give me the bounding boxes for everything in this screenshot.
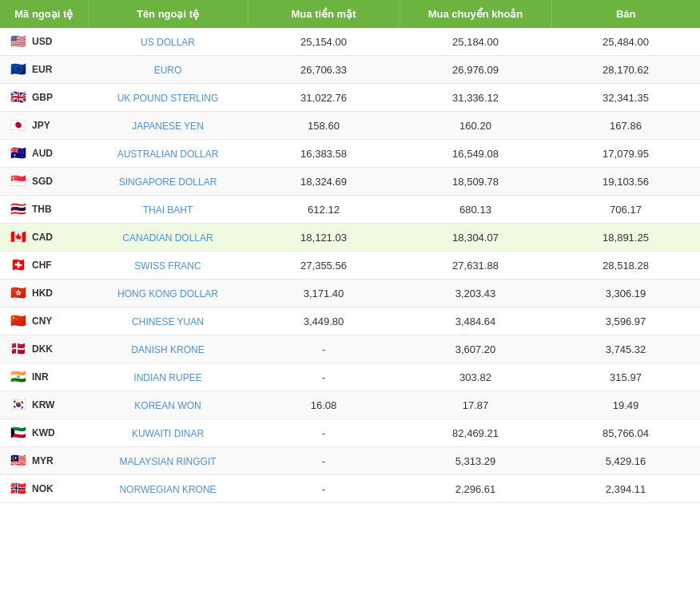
buy-transfer-value: 16,549.08 bbox=[400, 140, 551, 168]
flag-icon: 🇭🇰 bbox=[10, 287, 27, 299]
buy-cash-value: - bbox=[248, 335, 400, 363]
currency-name-cell: THAI BAHT bbox=[88, 196, 248, 224]
table-row: 🇨🇦 CAD CANADIAN DOLLAR18,121.0318,304.07… bbox=[0, 224, 700, 252]
table-row: 🇯🇵 JPY JAPANESE YEN158.60160.20167.86 bbox=[0, 112, 700, 140]
sell-value: 32,341.35 bbox=[551, 84, 700, 112]
table-row: 🇪🇺 EUR EURO26,706.3326,976.0928,170.62 bbox=[0, 56, 700, 84]
table-row: 🇰🇼 KWD KUWAITI DINAR-82,469.2185,766.04 bbox=[0, 419, 700, 447]
flag-icon: 🇩🇰 bbox=[10, 343, 27, 355]
currency-code-cell: 🇹🇭 THB bbox=[0, 196, 88, 224]
sell-value: 167.86 bbox=[551, 112, 700, 140]
currency-name-cell: US DOLLAR bbox=[88, 28, 248, 56]
table-row: 🇲🇾 MYR MALAYSIAN RINGGIT-5,313.295,429.1… bbox=[0, 447, 700, 475]
currency-name-text: DANISH KRONE bbox=[131, 344, 204, 355]
sell-value: 17,079.95 bbox=[551, 140, 700, 168]
currency-name-cell: INDIAN RUPEE bbox=[88, 363, 248, 391]
currency-name-cell: AUSTRALIAN DOLLAR bbox=[88, 140, 248, 168]
flag-icon: 🇮🇳 bbox=[10, 371, 27, 383]
currency-code-text: NOK bbox=[32, 483, 54, 494]
sell-value: 28,518.28 bbox=[551, 252, 700, 280]
currency-name-text: EURO bbox=[154, 65, 182, 76]
currency-table: Mã ngoại tệ Tên ngoại tệ Mua tiền mặt Mu… bbox=[0, 0, 700, 503]
sell-value: 2,394.11 bbox=[551, 475, 700, 503]
currency-name-text: SINGAPORE DOLLAR bbox=[119, 177, 217, 188]
header-buy-transfer: Mua chuyển khoản bbox=[400, 0, 551, 28]
table-row: 🇮🇳 INR INDIAN RUPEE-303.82315.97 bbox=[0, 363, 700, 391]
header-name: Tên ngoại tệ bbox=[88, 0, 248, 28]
currency-code-cell: 🇪🇺 EUR bbox=[0, 56, 88, 84]
buy-cash-value: 18,121.03 bbox=[248, 224, 400, 252]
buy-cash-value: 25,154.00 bbox=[248, 28, 400, 56]
currency-name-cell: DANISH KRONE bbox=[88, 335, 248, 363]
buy-transfer-value: 2,296.61 bbox=[400, 475, 551, 503]
currency-code-cell: 🇭🇰 HKD bbox=[0, 280, 88, 307]
table-row: 🇳🇴 NOK NORWEGIAN KRONE-2,296.612,394.11 bbox=[0, 475, 700, 503]
currency-name-cell: UK POUND STERLING bbox=[88, 84, 248, 112]
currency-name-cell: EURO bbox=[88, 56, 248, 84]
table-row: 🇺🇸 USD US DOLLAR25,154.0025,184.0025,484… bbox=[0, 28, 700, 56]
table-row: 🇨🇭 CHF SWISS FRANC27,355.5627,631.8828,5… bbox=[0, 252, 700, 280]
currency-table-container: Mã ngoại tệ Tên ngoại tệ Mua tiền mặt Mu… bbox=[0, 0, 700, 503]
buy-transfer-value: 18,509.78 bbox=[400, 168, 551, 196]
buy-transfer-value: 5,313.29 bbox=[400, 447, 551, 475]
table-row: 🇸🇬 SGD SINGAPORE DOLLAR18,324.6918,509.7… bbox=[0, 168, 700, 196]
table-row: 🇨🇳 CNY CHINESE YUAN3,449.803,484.643,596… bbox=[0, 307, 700, 335]
currency-name-cell: SWISS FRANC bbox=[88, 252, 248, 280]
currency-code-cell: 🇲🇾 MYR bbox=[0, 447, 88, 475]
sell-value: 3,306.19 bbox=[551, 280, 700, 307]
currency-code-text: KRW bbox=[32, 399, 54, 411]
sell-value: 5,429.16 bbox=[551, 447, 700, 475]
flag-icon: 🇨🇳 bbox=[10, 315, 27, 327]
sell-value: 3,596.97 bbox=[551, 307, 700, 335]
currency-code-cell: 🇯🇵 JPY bbox=[0, 112, 88, 140]
buy-transfer-value: 26,976.09 bbox=[400, 56, 551, 84]
currency-name-text: HONG KONG DOLLAR bbox=[117, 288, 218, 299]
currency-name-text: CANADIAN DOLLAR bbox=[122, 232, 213, 244]
currency-code-text: CHF bbox=[32, 260, 52, 271]
table-row: 🇭🇰 HKD HONG KONG DOLLAR3,171.403,203.433… bbox=[0, 280, 700, 307]
flag-icon: 🇨🇦 bbox=[10, 231, 27, 244]
buy-cash-value: 27,355.56 bbox=[248, 252, 400, 280]
table-row: 🇦🇺 AUD AUSTRALIAN DOLLAR16,383.5816,549.… bbox=[0, 140, 700, 168]
header-sell: Bán bbox=[551, 0, 700, 28]
buy-transfer-value: 27,631.88 bbox=[400, 252, 551, 280]
currency-name-cell: KUWAITI DINAR bbox=[88, 419, 248, 447]
header-buy-cash: Mua tiền mặt bbox=[248, 0, 400, 28]
buy-cash-value: 26,706.33 bbox=[248, 56, 400, 84]
currency-code-text: CAD bbox=[32, 232, 53, 243]
buy-cash-value: 3,449.80 bbox=[248, 307, 400, 335]
flag-icon: 🇰🇼 bbox=[10, 426, 27, 439]
buy-cash-value: 612.12 bbox=[248, 196, 400, 224]
buy-transfer-value: 680.13 bbox=[400, 196, 551, 224]
buy-transfer-value: 3,484.64 bbox=[400, 307, 551, 335]
currency-code-text: CNY bbox=[32, 315, 52, 327]
table-row: 🇹🇭 THB THAI BAHT612.12680.13706.17 bbox=[0, 196, 700, 224]
sell-value: 3,745.32 bbox=[551, 335, 700, 363]
buy-transfer-value: 160.20 bbox=[400, 112, 551, 140]
sell-value: 706.17 bbox=[551, 196, 700, 224]
currency-code-text: GBP bbox=[32, 92, 53, 103]
currency-code-text: KWD bbox=[32, 427, 55, 438]
currency-code-text: USD bbox=[32, 36, 52, 47]
currency-name-text: KUWAITI DINAR bbox=[132, 428, 204, 439]
buy-cash-value: 31,022.76 bbox=[248, 84, 400, 112]
flag-icon: 🇨🇭 bbox=[10, 259, 27, 272]
currency-code-text: MYR bbox=[32, 455, 54, 466]
currency-code-text: INR bbox=[32, 371, 49, 383]
currency-code-cell: 🇳🇴 NOK bbox=[0, 475, 88, 503]
currency-name-cell: NORWEGIAN KRONE bbox=[88, 475, 248, 503]
table-body: 🇺🇸 USD US DOLLAR25,154.0025,184.0025,484… bbox=[0, 28, 700, 503]
flag-icon: 🇺🇸 bbox=[10, 35, 27, 48]
currency-name-text: KOREAN WON bbox=[134, 400, 201, 411]
flag-icon: 🇸🇬 bbox=[10, 175, 27, 188]
flag-icon: 🇲🇾 bbox=[10, 454, 27, 467]
currency-code-cell: 🇨🇦 CAD bbox=[0, 224, 88, 252]
buy-cash-value: - bbox=[248, 419, 400, 447]
currency-name-text: THAI BAHT bbox=[143, 204, 193, 216]
currency-code-cell: 🇺🇸 USD bbox=[0, 28, 88, 56]
currency-code-text: SGD bbox=[32, 176, 53, 187]
currency-code-cell: 🇬🇧 GBP bbox=[0, 84, 88, 112]
currency-name-cell: KOREAN WON bbox=[88, 391, 248, 419]
currency-code-cell: 🇮🇳 INR bbox=[0, 363, 88, 391]
buy-transfer-value: 82,469.21 bbox=[400, 419, 551, 447]
